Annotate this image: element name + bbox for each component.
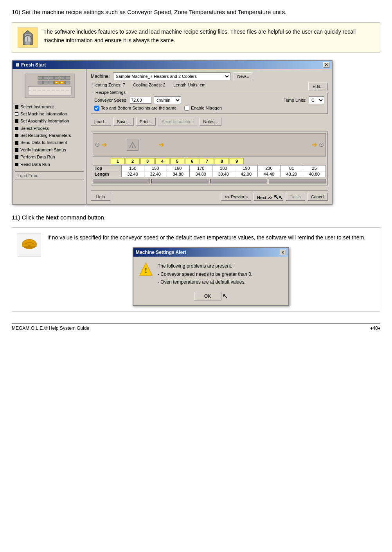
zone-numbers-row: 1 2 3 4 5 6 7 8 9 bbox=[93, 158, 326, 164]
zone-top-9: 25 bbox=[303, 165, 325, 171]
arrow-icon: ➜ bbox=[101, 140, 107, 149]
machine-select[interactable]: Sample Machine_7 Heaters and 2 Coolers bbox=[113, 72, 230, 80]
svg-rect-3 bbox=[28, 37, 31, 42]
alert-dialog-wrapper: Machine Settings Alert × ! The following… bbox=[47, 247, 374, 306]
sidebar-item-select-instrument: Select Instrument bbox=[15, 104, 84, 110]
step11-note-content: If no value is specified for the conveyo… bbox=[47, 233, 374, 306]
zone-num-1: 1 bbox=[111, 158, 125, 164]
conveyor-speed-label: Conveyor Speed: bbox=[94, 98, 128, 102]
svg-rect-7 bbox=[43, 76, 48, 79]
sidebar-label: Set Machine Information bbox=[20, 111, 67, 117]
sidebar-label: Verify Instrument Status bbox=[20, 147, 66, 153]
conveyor-speed-input[interactable] bbox=[130, 97, 151, 104]
zone-len-5: 38.40 bbox=[212, 171, 235, 177]
sidebar-item-recording: Set Recording Parameters bbox=[15, 133, 84, 138]
sidebar-label: Set Assembly Information bbox=[20, 118, 69, 124]
temp-unit-select[interactable]: C bbox=[309, 96, 324, 104]
alert-warn-icon: ! bbox=[139, 262, 153, 277]
zones-row: Heating Zones: 7 Cooling Zones: 2 Length… bbox=[92, 83, 328, 90]
send-to-machine-button[interactable]: Send to machine bbox=[158, 118, 198, 126]
table-row-top: Top 150 150 160 170 180 190 230 81 25 bbox=[93, 165, 326, 171]
scrollbar-row[interactable] bbox=[93, 179, 326, 183]
zone-num-9: 9 bbox=[230, 158, 244, 164]
save-button[interactable]: Save... bbox=[113, 118, 134, 126]
zone-num-2: 2 bbox=[126, 158, 140, 164]
zone-num-6: 6 bbox=[185, 158, 199, 164]
sidebar-label: Perform Data Run bbox=[20, 154, 55, 160]
titlebar-icon: 🖥 bbox=[15, 62, 20, 68]
alert-ok-row: OK ↖ bbox=[133, 292, 288, 305]
checkbox-row: Top and Bottom Setpoints are the same En… bbox=[94, 106, 324, 111]
new-button[interactable]: New... bbox=[234, 72, 253, 80]
load-from-label: Load From bbox=[18, 173, 38, 178]
zone-top-5: 180 bbox=[212, 165, 235, 171]
action-buttons: Load... Save... Print... Send to machine… bbox=[91, 118, 328, 126]
nitrogen-checkbox[interactable] bbox=[184, 106, 189, 111]
same-setpoints-checkbox[interactable] bbox=[94, 106, 99, 111]
alert-titlebar: Machine Settings Alert × bbox=[133, 248, 288, 257]
dot-icon bbox=[15, 112, 18, 116]
zone-len-4: 34.80 bbox=[189, 171, 212, 177]
prev-button[interactable]: << Previous bbox=[221, 193, 251, 201]
cancel-button[interactable]: Cancel bbox=[307, 193, 328, 201]
dot-icon bbox=[15, 155, 18, 159]
step11-suffix: command button. bbox=[59, 214, 106, 221]
dialog-main: Machine: Sample Machine_7 Heaters and 2 … bbox=[87, 69, 332, 204]
zone-top-8: 81 bbox=[280, 165, 303, 171]
machine-label: Machine: bbox=[91, 74, 110, 79]
alert-message: The following problems are present: - Co… bbox=[158, 262, 252, 286]
sidebar-item-process: Select Process bbox=[15, 126, 84, 131]
svg-rect-11 bbox=[65, 76, 70, 79]
conveyor-unit-select[interactable]: cm/min bbox=[154, 96, 181, 104]
edit-button[interactable]: Edit... bbox=[308, 83, 328, 90]
dot-icon bbox=[15, 127, 18, 130]
next-button[interactable]: Next >>↖ bbox=[254, 193, 283, 201]
sidebar-item-verify: Verify Instrument Status bbox=[15, 147, 84, 153]
step11-note-text: If no value is specified for the conveyo… bbox=[47, 233, 374, 242]
alert-ok-button[interactable]: OK bbox=[194, 292, 221, 300]
machine-graphic bbox=[15, 73, 84, 99]
sidebar-label: Read Data Run bbox=[20, 162, 50, 167]
arrow-icon3: ➜ bbox=[311, 140, 317, 149]
notes-button[interactable]: Notes... bbox=[200, 118, 221, 126]
sidebar-label: Send Data to Instrument bbox=[20, 140, 67, 146]
table-row-length: Length 32.40 32.40 34.80 34.80 38.40 42.… bbox=[93, 171, 326, 177]
zone-data-table: Top 150 150 160 170 180 190 230 81 25 bbox=[93, 165, 326, 177]
finish-button[interactable]: Finish bbox=[286, 193, 305, 201]
svg-rect-8 bbox=[49, 76, 54, 79]
machine-row: Machine: Sample Machine_7 Heaters and 2 … bbox=[91, 72, 328, 80]
zone-num-4: 4 bbox=[155, 158, 169, 164]
zone-len-7: 44.40 bbox=[257, 171, 280, 177]
alert-body: ! The following problems are present: - … bbox=[133, 257, 288, 291]
zone-len-9: 40.80 bbox=[303, 171, 325, 177]
zone-len-2: 32.40 bbox=[144, 171, 167, 177]
warning-icon-container bbox=[18, 233, 41, 258]
zone-top-1: 150 bbox=[121, 165, 144, 171]
sidebar-nav: Select Instrument Set Machine Informatio… bbox=[15, 104, 84, 168]
dot-icon bbox=[15, 134, 18, 137]
warning-icon bbox=[18, 233, 41, 257]
zone-num-7: 7 bbox=[200, 158, 214, 164]
zone-len-6: 42.00 bbox=[235, 171, 257, 177]
svg-rect-13 bbox=[43, 81, 48, 84]
cursor-icon2: ↖ bbox=[222, 292, 228, 300]
zone-table-container: ⊙ ➜ ➜ ➜ ⊙ 1 2 3 bbox=[91, 131, 328, 185]
help-button[interactable]: Help bbox=[91, 193, 110, 201]
alert-close-button[interactable]: × bbox=[280, 250, 286, 255]
print-button[interactable]: Print... bbox=[136, 118, 156, 126]
scrollbar-track-1[interactable] bbox=[93, 179, 150, 183]
scrollbar-track-2[interactable] bbox=[151, 179, 209, 183]
zone-top-2: 150 bbox=[144, 165, 167, 171]
dialog-titlebar: 🖥 Fresh Start ✕ bbox=[13, 61, 332, 69]
checkbox-nitrogen: Enable Nitrogen bbox=[184, 106, 222, 111]
note-text-step10: The software includes features to save a… bbox=[43, 27, 374, 45]
scrollbar-track-3[interactable] bbox=[210, 179, 267, 183]
temp-units-label: Temp Units: bbox=[284, 98, 306, 102]
checkbox-label: Top and Bottom Setpoints are the same bbox=[101, 106, 176, 110]
svg-rect-10 bbox=[60, 76, 65, 79]
scrollbar-track-4[interactable] bbox=[269, 179, 326, 183]
load-button[interactable]: Load... bbox=[91, 118, 111, 126]
svg-rect-14 bbox=[49, 81, 54, 84]
sidebar-item-assembly-info: Set Assembly Information bbox=[15, 118, 84, 124]
close-button[interactable]: ✕ bbox=[323, 62, 329, 68]
